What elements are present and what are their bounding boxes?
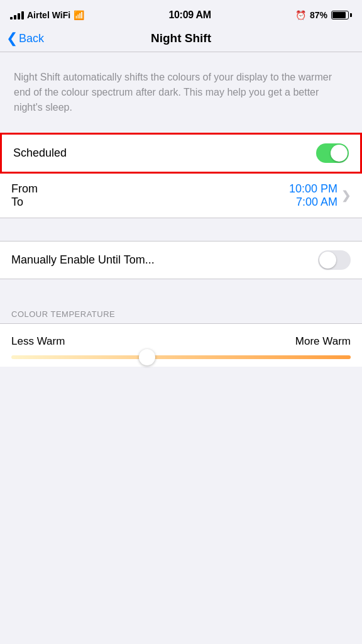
alarm-icon: ⏰ — [295, 10, 306, 20]
manual-section: Manually Enable Until Tom... — [0, 241, 362, 279]
back-chevron-icon: ❮ — [6, 31, 18, 45]
manual-toggle-thumb — [319, 252, 336, 269]
status-time: 10:09 AM — [168, 9, 211, 21]
colour-temp-header: COLOUR TEMPERATURE — [0, 302, 362, 323]
nav-bar: ❮ Back Night Shift — [0, 28, 362, 52]
colour-temp-header-label: COLOUR TEMPERATURE — [11, 309, 115, 319]
wifi-icon: 📶 — [74, 10, 84, 20]
from-label: From — [11, 182, 38, 196]
more-warm-label: More Warm — [295, 335, 351, 348]
description-section: Night Shift automatically shifts the col… — [0, 52, 362, 133]
battery-icon — [331, 11, 352, 19]
signal-icon — [10, 11, 24, 19]
to-value: 7:00 AM — [289, 196, 337, 209]
page-title: Night Shift — [151, 31, 211, 45]
scheduled-label: Scheduled — [13, 147, 67, 160]
status-right: ⏰ 87% — [295, 10, 352, 20]
chevron-right-icon: ❯ — [341, 189, 351, 203]
colour-temp-slider[interactable] — [11, 355, 351, 359]
section-gap-1 — [0, 218, 362, 241]
time-labels: From To — [11, 182, 38, 209]
scheduled-row: Scheduled — [2, 135, 360, 172]
scheduled-section: Scheduled — [0, 133, 362, 174]
status-left: Airtel WiFi 📶 — [10, 10, 84, 20]
from-to-row[interactable]: From To 10:00 PM 7:00 AM ❯ — [0, 174, 362, 218]
carrier-label: Airtel WiFi — [27, 10, 70, 20]
manual-label: Manually Enable Until Tom... — [11, 253, 155, 267]
battery-percent: 87% — [310, 10, 327, 20]
less-warm-label: Less Warm — [11, 335, 65, 348]
manual-row: Manually Enable Until Tom... — [0, 242, 362, 279]
back-button[interactable]: ❮ Back — [6, 32, 44, 45]
time-section: From To 10:00 PM 7:00 AM ❯ — [0, 174, 362, 218]
time-value-group: 10:00 PM 7:00 AM — [289, 182, 337, 209]
manual-toggle[interactable] — [318, 250, 351, 270]
scheduled-toggle[interactable] — [316, 143, 349, 163]
temp-labels: Less Warm More Warm — [11, 335, 351, 348]
time-values: 10:00 PM 7:00 AM ❯ — [289, 182, 351, 209]
to-label: To — [11, 196, 38, 209]
status-bar: Airtel WiFi 📶 10:09 AM ⏰ 87% — [0, 0, 362, 28]
section-gap-2 — [0, 279, 362, 302]
toggle-thumb — [331, 145, 348, 162]
from-value: 10:00 PM — [289, 182, 337, 196]
description-text: Night Shift automatically shifts the col… — [14, 70, 348, 115]
back-label: Back — [19, 32, 44, 45]
slider-thumb — [139, 349, 155, 365]
colour-temp-section: Less Warm More Warm — [0, 323, 362, 367]
